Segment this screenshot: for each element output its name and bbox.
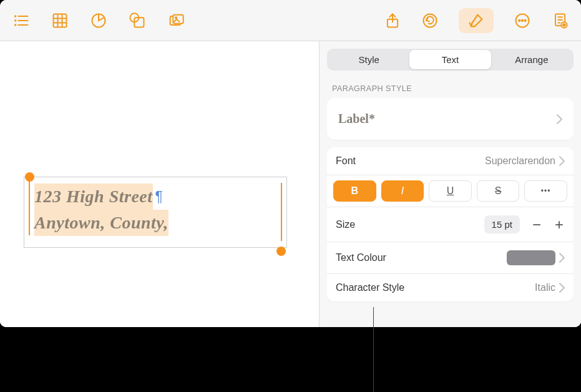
size-row: Size 15 pt − +: [327, 207, 574, 242]
font-card: Font Superclarendon B I U S •••: [327, 147, 574, 301]
app-window: 123 High Street¶ Anytown, County, Style …: [0, 0, 581, 327]
paragraph-style-picker[interactable]: Label*: [327, 98, 574, 140]
font-value: Superclarendon: [485, 155, 555, 167]
svg-point-21: [522, 19, 523, 21]
canvas[interactable]: 123 High Street¶ Anytown, County,: [0, 41, 319, 327]
format-buttons-row: B I U S •••: [327, 175, 574, 207]
svg-rect-15: [173, 14, 183, 23]
paragraph-style-card: Label*: [327, 98, 574, 140]
toolbar: [0, 0, 581, 41]
more-icon[interactable]: [514, 12, 531, 29]
text-colour-label: Text Colour: [336, 252, 386, 263]
character-style-row[interactable]: Character Style Italic: [327, 274, 574, 301]
selection-caret-end: [281, 183, 282, 241]
callout-line: [373, 307, 374, 392]
tab-arrange[interactable]: Arrange: [491, 50, 572, 69]
document-icon[interactable]: [551, 12, 569, 29]
font-label: Font: [336, 155, 356, 167]
strikethrough-button[interactable]: S: [477, 180, 520, 202]
list-icon[interactable]: [12, 12, 30, 29]
chevron-right-icon: [559, 156, 565, 166]
text-colour-row[interactable]: Text Colour: [327, 242, 574, 274]
textbox-line-1: 123 High Street: [34, 184, 153, 210]
table-icon[interactable]: [51, 12, 69, 29]
svg-point-28: [563, 24, 565, 26]
size-decrease-button[interactable]: −: [531, 217, 542, 232]
svg-point-0: [14, 15, 17, 17]
main-content: 123 High Street¶ Anytown, County, Style …: [0, 41, 581, 327]
chevron-right-icon: [557, 114, 562, 124]
chevron-right-icon: [559, 283, 565, 293]
size-increase-button[interactable]: +: [554, 217, 565, 232]
size-label: Size: [336, 219, 355, 230]
font-row[interactable]: Font Superclarendon: [327, 147, 574, 175]
svg-point-20: [519, 19, 520, 21]
more-format-button[interactable]: •••: [524, 180, 567, 202]
media-icon[interactable]: [167, 12, 185, 29]
textbox-selection[interactable]: 123 High Street¶ Anytown, County,: [24, 177, 287, 248]
inspector-tabs: Style Text Arrange: [327, 49, 574, 71]
bold-button[interactable]: B: [333, 180, 376, 202]
textbox-line-2: Anytown, County,: [34, 210, 168, 236]
character-style-value: Italic: [535, 282, 555, 293]
toolbar-right-group: [384, 8, 569, 33]
size-value[interactable]: 15 pt: [484, 215, 520, 233]
toolbar-left-group: [12, 12, 185, 29]
chevron-right-icon: [559, 253, 565, 263]
format-brush-icon[interactable]: [459, 8, 494, 33]
svg-point-2: [14, 19, 17, 22]
italic-button[interactable]: I: [381, 180, 424, 202]
tab-text[interactable]: Text: [409, 50, 491, 69]
chart-icon[interactable]: [90, 12, 107, 29]
shapes-icon[interactable]: [129, 12, 146, 29]
colour-swatch[interactable]: [507, 250, 555, 265]
selection-handle-start[interactable]: [25, 172, 34, 182]
svg-point-16: [175, 17, 177, 18]
pilcrow-icon: ¶: [153, 189, 163, 205]
svg-point-4: [14, 24, 17, 26]
paragraph-style-name: Label*: [338, 112, 375, 126]
share-icon[interactable]: [384, 12, 401, 29]
undo-icon[interactable]: [421, 12, 439, 29]
selection-handle-end[interactable]: [276, 247, 286, 256]
paragraph-style-header: PARAGRAPH STYLE: [327, 83, 574, 98]
selection-caret-start: [29, 177, 30, 235]
tab-style[interactable]: Style: [328, 50, 409, 69]
textbox-frame: 123 High Street¶ Anytown, County,: [24, 177, 287, 248]
svg-point-22: [525, 19, 526, 21]
inspector-panel: Style Text Arrange PARAGRAPH STYLE Label…: [319, 41, 581, 327]
character-style-label: Character Style: [336, 282, 404, 293]
underline-button[interactable]: U: [429, 180, 472, 202]
svg-rect-6: [54, 14, 67, 27]
